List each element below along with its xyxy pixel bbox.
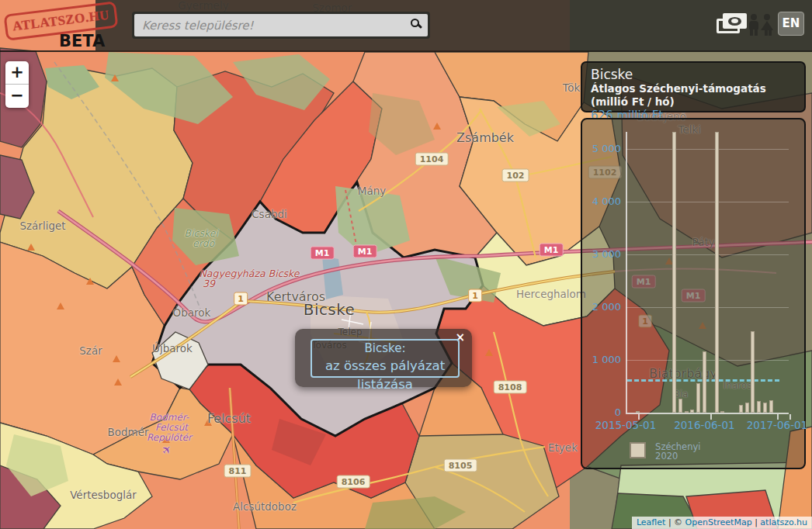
search-input[interactable] bbox=[134, 14, 428, 36]
chart-bar bbox=[690, 410, 694, 413]
legend-swatch-szechenyi-2020[interactable] bbox=[630, 442, 646, 458]
zoom-out-button[interactable]: − bbox=[5, 85, 29, 108]
popup-content: Bicske: az összes pályázat listázása bbox=[311, 339, 460, 378]
leaflet-link[interactable]: Leaflet bbox=[637, 517, 665, 527]
atlatszo-link[interactable]: atlatszo.hu bbox=[760, 517, 807, 527]
chart-bar bbox=[751, 331, 755, 413]
x-axis-tick-label: 2017-06-01 bbox=[740, 419, 812, 431]
y-axis-tick-label: 1 000 bbox=[585, 354, 621, 365]
metric-label: Átlagos Széchenyi-támogatás (millió Ft /… bbox=[591, 82, 796, 109]
banknote-front-icon bbox=[723, 13, 747, 29]
money-layer-toggle[interactable] bbox=[716, 12, 748, 36]
chart-bar bbox=[715, 132, 719, 413]
app-window: GyermelySzomorTökZsámbékMányCsabdiSzárli… bbox=[0, 0, 812, 529]
region-info-box: Bicske Átlagos Széchenyi-támogatás (mill… bbox=[581, 61, 806, 112]
chart-bar bbox=[696, 383, 700, 413]
bar-chart[interactable]: 01 0002 0003 0004 0005 0002015-05-012016… bbox=[582, 119, 804, 468]
search-box bbox=[132, 12, 430, 39]
chart-bar bbox=[745, 403, 749, 413]
y-axis-tick-label: 2 000 bbox=[585, 301, 621, 313]
map-zoom-control: + − bbox=[5, 61, 29, 108]
chart-bar bbox=[678, 399, 682, 413]
chart-panel: 01 0002 0003 0004 0005 0002015-05-012016… bbox=[581, 118, 806, 469]
y-axis-tick-label: 4 000 bbox=[585, 195, 621, 207]
y-axis-tick-label: 5 000 bbox=[585, 143, 621, 154]
popup-title-link[interactable]: Bicske: bbox=[312, 341, 458, 357]
y-axis-tick-label: 0 bbox=[585, 406, 621, 418]
legend-label: Széchenyi 2020 bbox=[655, 442, 706, 461]
chart-bar bbox=[636, 411, 640, 413]
chart-bar bbox=[763, 403, 767, 413]
chart-bar bbox=[739, 405, 743, 413]
map-attribution: Leaflet | © OpenStreetMap | atlatszo.hu bbox=[632, 517, 812, 529]
zoom-in-button[interactable]: + bbox=[5, 61, 29, 85]
chart-bar bbox=[672, 132, 676, 413]
chart-legend: Széchenyi 2020 bbox=[630, 442, 706, 462]
population-layer-toggle[interactable] bbox=[748, 14, 774, 36]
chart-bar bbox=[685, 411, 689, 413]
chart-bar bbox=[703, 351, 706, 413]
chart-bar bbox=[720, 411, 724, 413]
beta-badge: BETA bbox=[59, 32, 105, 50]
osm-link[interactable]: OpenStreetMap bbox=[685, 517, 752, 527]
language-button[interactable]: EN bbox=[778, 12, 804, 36]
region-name: Bicske bbox=[591, 67, 796, 82]
search-icon[interactable] bbox=[411, 19, 419, 27]
map-popup: × Bicske: az összes pályázat listázása bbox=[295, 329, 472, 387]
chart-bar bbox=[769, 400, 773, 413]
popup-list-all-link[interactable]: az összes pályázat listázása bbox=[312, 357, 458, 394]
chart-bar bbox=[757, 401, 761, 413]
header-border bbox=[0, 50, 812, 52]
y-axis-tick-label: 3 000 bbox=[585, 248, 621, 260]
x-axis-tick-label: 2016-06-01 bbox=[667, 419, 741, 431]
x-axis-tick-label: 2015-05-01 bbox=[588, 419, 663, 431]
people-icon bbox=[751, 14, 757, 20]
